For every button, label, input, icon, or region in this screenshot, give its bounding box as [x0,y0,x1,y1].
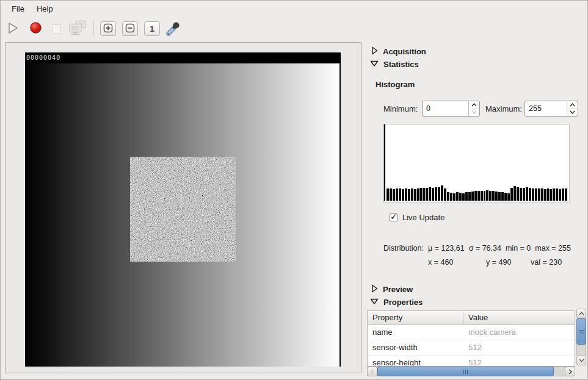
expander-acquisition[interactable]: Acquisition [371,46,426,57]
histogram-bar [498,192,501,201]
histogram-bar [399,188,401,201]
play-button[interactable] [5,22,20,35]
histogram-bar [438,187,440,201]
histogram-heading: Histogram [376,80,415,89]
column-header-value[interactable]: Value [463,311,575,324]
menu-file[interactable]: File [5,1,31,16]
record-button[interactable] [28,22,43,35]
histogram-bar [486,190,488,201]
menubar: File Help [1,1,587,17]
stop-icon [52,24,61,34]
stop-button[interactable] [51,23,62,34]
histogram-bar [523,188,525,201]
histogram-bar [419,188,422,201]
histogram-bar [393,189,395,201]
column-header-property[interactable]: Property [368,311,463,324]
histogram-bar [447,192,449,201]
histogram-bar [471,192,474,201]
expander-statistics[interactable]: Statistics [370,60,419,69]
histogram-bar [565,188,567,201]
scroll-right-button[interactable] [565,367,575,376]
chevron-right-icon [371,284,378,295]
histogram-bar [501,192,504,201]
expander-label: Acquisition [383,47,426,56]
camera-image[interactable]: 00000040 [25,52,341,367]
horizontal-scrollbar[interactable] [367,367,575,376]
expander-properties[interactable]: Properties [370,298,423,307]
histogram-bar [529,188,531,201]
zoom-out-button[interactable] [122,21,138,36]
histogram-bar [532,188,534,201]
histogram-bar [562,188,564,201]
zoom-in-button[interactable] [100,21,116,36]
table-row[interactable]: sensor-height512 [368,356,575,367]
scrollbar-thumb[interactable] [576,318,586,345]
spin-up-button[interactable] [469,101,479,109]
vertical-scrollbar[interactable] [576,309,586,365]
histogram-bar [547,188,550,201]
property-value-cell: mock camera [463,325,575,340]
histogram-bar [450,193,452,201]
live-update-checkbox[interactable]: ✓ [390,213,397,221]
color-picker-button[interactable] [164,20,183,38]
maximum-label: Maximum: [485,104,522,113]
minimum-label: Minimum: [383,104,418,113]
expander-label: Statistics [383,60,419,69]
eyedropper-icon [165,20,181,38]
histogram-bar [465,192,468,201]
spin-down-button[interactable] [469,109,479,117]
minimum-spin-buttons [468,101,479,116]
histogram-bar [408,189,410,201]
fullscreen-button[interactable] [67,21,89,37]
table-row[interactable]: namemock camera [368,325,575,340]
histogram-bar [526,187,528,201]
scroll-left-button[interactable] [367,367,377,376]
property-value-cell: 512 [463,340,575,355]
distribution-stats: Distribution: μ = 123,61 σ = 76,34 min =… [383,244,571,253]
maximum-input[interactable] [525,101,567,116]
scroll-down-button[interactable] [576,356,586,365]
frame-counter: 00000040 [25,52,341,63]
minimum-spinbox [422,101,480,117]
histogram-bar [462,193,465,201]
chevron-down-icon [370,60,379,69]
menu-help[interactable]: Help [31,1,59,16]
histogram-bar [453,193,456,201]
histogram-bar [390,188,392,201]
toolbar: 1 [1,17,587,40]
histogram-bar [414,189,416,201]
histogram-bar [550,189,552,201]
stat-max: max = 255 [535,244,571,253]
scroll-up-button[interactable] [576,309,586,318]
application-window: File Help [0,0,588,380]
toolbar-separator [93,20,94,37]
chevron-right-icon [371,46,378,57]
histogram-bar [544,189,546,201]
zoom-original-button[interactable]: 1 [144,21,160,36]
histogram-bar [541,188,543,201]
check-icon: ✓ [390,212,397,221]
display-icon [68,20,89,38]
scrollbar-thumb[interactable] [377,367,554,376]
table-row[interactable]: sensor-width512 [368,340,575,356]
gradient-image-area [25,63,341,367]
histogram-bar [417,188,419,201]
distribution-label: Distribution: [383,244,424,253]
expander-preview[interactable]: Preview [371,284,413,295]
noise-region [130,157,236,262]
minimum-input[interactable] [423,101,468,116]
cursor-y: y = 490 [486,258,511,267]
spin-up-button[interactable] [567,101,578,109]
histogram-bar [387,188,389,201]
histogram-bar [441,185,443,201]
histogram-bar [384,124,385,201]
spin-down-button[interactable] [567,109,578,117]
histogram-bar [468,192,471,201]
zoom-in-icon [103,23,113,35]
histogram-bar [553,188,555,201]
histogram-bar [411,188,413,201]
zoom-out-icon [125,23,135,35]
histogram-bar [504,193,507,201]
histogram-bars [384,124,568,201]
cursor-x: x = 460 [428,258,453,267]
